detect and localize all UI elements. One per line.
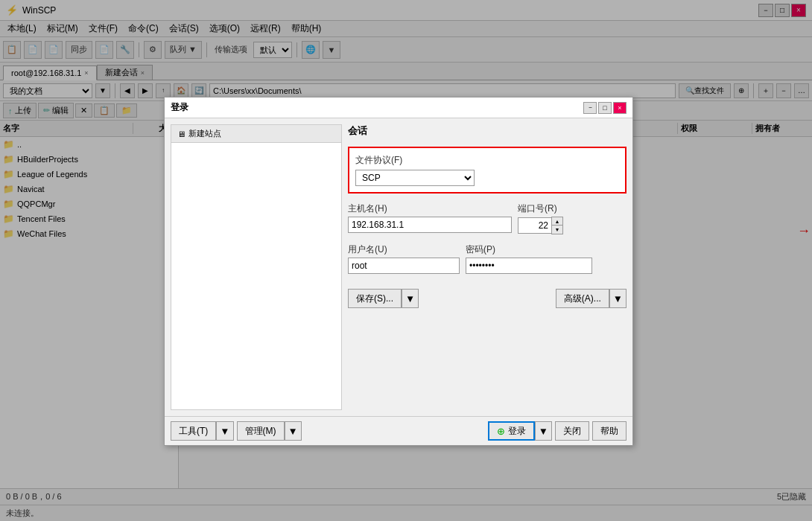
port-down-button[interactable]: ▼ — [552, 226, 562, 234]
manage-dropdown-button[interactable]: ▼ — [285, 421, 302, 441]
help-button[interactable]: 帮助 — [592, 421, 627, 441]
session-label: 会话 — [348, 124, 627, 138]
dialog-footer: 工具(T) ▼ 管理(M) ▼ ⊕ 登录 ▼ 关闭 帮助 — [165, 416, 632, 445]
close-dialog-button[interactable]: 关闭 — [555, 421, 589, 441]
port-label: 端口号(R) — [518, 202, 563, 215]
protocol-section: 文件协议(F) SCP — [348, 147, 627, 194]
port-input[interactable] — [518, 217, 551, 234]
login-label: 登录 — [508, 425, 526, 438]
host-label: 主机名(H) — [348, 202, 512, 215]
dialog-body: 🖥 新建站点 会话 文件协议(F) SCP 主机名(H) — [165, 118, 632, 416]
host-port-row: 主机名(H) 端口号(R) ▲ ▼ — [348, 202, 627, 234]
adv-group: 高级(A)... ▼ — [556, 289, 627, 308]
tools-button[interactable]: 工具(T) — [171, 421, 216, 441]
host-group: 主机名(H) — [348, 202, 512, 234]
port-up-button[interactable]: ▲ — [552, 217, 562, 226]
login-dialog: 登录 － □ × 🖥 新建站点 会话 文件协议(F) — [164, 97, 633, 446]
dialog-minimize[interactable]: － — [583, 102, 597, 114]
port-group: 端口号(R) ▲ ▼ — [518, 202, 563, 234]
port-spinner: ▲ ▼ — [518, 217, 563, 234]
dialog-maximize[interactable]: □ — [598, 102, 612, 114]
modal-overlay: 登录 － □ × 🖥 新建站点 会话 文件协议(F) — [0, 0, 812, 521]
dialog-form: 会话 文件协议(F) SCP 主机名(H) 端口号(R) — [348, 124, 627, 410]
advanced-button[interactable]: 高级(A)... — [556, 289, 609, 308]
login-dropdown-button[interactable]: ▼ — [535, 421, 552, 441]
pass-label: 密码(P) — [466, 243, 592, 256]
host-input[interactable] — [348, 217, 512, 233]
manage-button[interactable]: 管理(M) — [237, 421, 285, 441]
dialog-close[interactable]: × — [613, 102, 627, 114]
dialog-left-header: 🖥 新建站点 — [171, 125, 341, 143]
pass-group: 密码(P) — [466, 243, 592, 274]
save-group: 保存(S)... ▼ — [348, 289, 419, 308]
user-label: 用户名(U) — [348, 243, 460, 256]
dialog-title: 登录 — [171, 101, 188, 114]
new-site-label: 新建站点 — [188, 128, 221, 139]
user-group: 用户名(U) — [348, 243, 460, 274]
tools-dropdown-button[interactable]: ▼ — [216, 421, 233, 441]
tools-group: 工具(T) ▼ — [171, 421, 234, 441]
protocol-select[interactable]: SCP — [355, 170, 475, 186]
dialog-controls: － □ × — [583, 102, 627, 114]
login-group: ⊕ 登录 ▼ — [488, 421, 552, 441]
user-input[interactable] — [348, 258, 460, 274]
pass-input[interactable] — [466, 258, 592, 274]
dialog-site-panel: 🖥 新建站点 — [171, 124, 342, 410]
save-button[interactable]: 保存(S)... — [348, 289, 402, 308]
manage-group: 管理(M) ▼ — [237, 421, 302, 441]
user-pass-row: 用户名(U) 密码(P) — [348, 243, 627, 274]
protocol-label: 文件协议(F) — [355, 154, 619, 167]
new-site-icon: 🖥 — [177, 130, 185, 138]
login-icon: ⊕ — [497, 426, 505, 437]
dialog-titlebar: 登录 － □ × — [165, 98, 632, 118]
login-button[interactable]: ⊕ 登录 — [488, 421, 535, 441]
save-dropdown-button[interactable]: ▼ — [402, 289, 419, 308]
adv-dropdown-button[interactable]: ▼ — [609, 289, 627, 308]
spinner-btns: ▲ ▼ — [551, 217, 563, 234]
save-adv-row: 保存(S)... ▼ 高级(A)... ▼ — [348, 289, 627, 308]
